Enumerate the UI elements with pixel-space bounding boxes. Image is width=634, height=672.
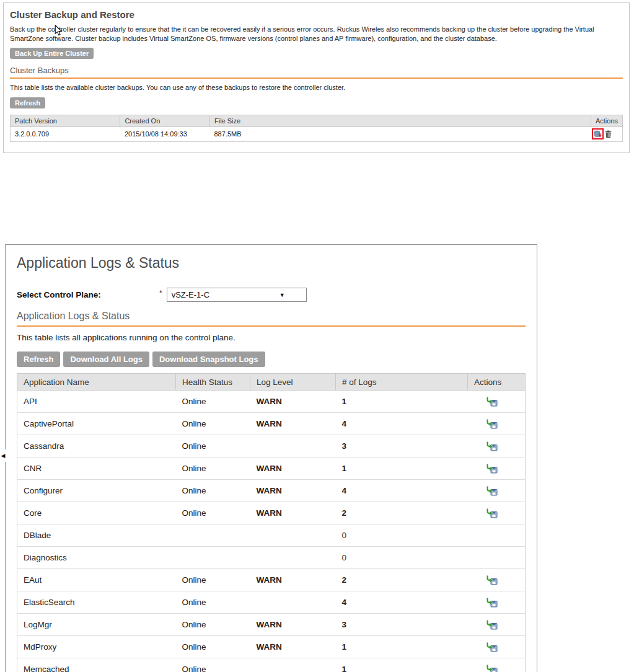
download-log-icon[interactable] [487,642,498,652]
column-header-created-on: Created On [120,115,210,126]
actions-cell [468,614,526,636]
actions-cell [468,391,526,413]
log-level-cell [250,658,336,672]
refresh-button[interactable]: Refresh [10,97,45,108]
actions-cell [468,435,526,458]
num-logs-cell: 3 [336,435,468,458]
application-name-cell: DBlade [17,524,176,547]
application-name-cell: Memcached [17,658,176,672]
actions-cell [468,636,526,658]
application-name-cell: CNR [17,458,176,480]
control-plane-select[interactable]: vSZ-E-1-C ▼ [167,288,307,302]
delete-icon[interactable] [605,130,612,138]
collapse-panel-arrow-icon[interactable]: ◀ [0,449,6,462]
file-size-cell: 887.5MB [209,126,591,141]
actions-cell [591,126,622,141]
log-level-cell [250,547,336,569]
download-log-icon[interactable] [487,464,498,474]
download-log-icon[interactable] [487,508,498,518]
backup-table-row: 3.2.0.0.7092015/10/08 14:09:33887.5MB [11,126,623,141]
highlight-box [592,128,604,139]
num-logs-cell: 4 [336,591,468,614]
app-table-row: MemcachedOnline1 [17,658,526,672]
log-level-cell: WARN [250,480,336,502]
log-level-cell [250,435,336,458]
column-header-patch-version: Patch Version [11,115,120,126]
app-table-row: CassandraOnline3 [17,435,526,458]
log-level-cell [250,591,336,614]
app-table-header-row: Application NameHealth StatusLog Level# … [17,374,526,391]
health-status-cell: Online [176,614,250,636]
health-status-cell: Online [176,636,250,658]
num-logs-cell: 0 [336,524,468,547]
actions-cell [468,547,526,569]
download-log-icon[interactable] [487,575,498,585]
log-level-cell: WARN [250,413,336,435]
backup-table-header-row: Patch VersionCreated OnFile SizeActions [11,115,623,126]
app-table-row: CNROnlineWARN1 [17,458,526,480]
health-status-cell [176,547,250,569]
download-log-icon[interactable] [487,441,498,451]
health-status-cell: Online [176,480,250,502]
download-all-logs-button[interactable]: Download All Logs [63,351,149,367]
download-log-icon[interactable] [487,620,498,630]
column-header-log-level: Log Level [250,374,336,391]
health-status-cell: Online [176,502,250,524]
num-logs-cell: 4 [336,480,468,502]
cluster-backups-description: This table lists the available cluster b… [10,83,623,92]
required-asterisk: * [159,289,162,298]
num-logs-cell: 0 [336,547,468,569]
health-status-cell: Online [176,569,250,591]
column-header-file-size: File Size [209,115,591,126]
download-log-icon[interactable] [487,665,498,672]
health-status-cell: Online [176,591,250,614]
application-name-cell: API [17,391,176,413]
app-table-row: ConfigurerOnlineWARN4 [17,480,526,502]
actions-cell [468,591,526,614]
health-status-cell: Online [176,458,250,480]
application-name-cell: LogMgr [17,614,176,636]
download-log-icon[interactable] [487,397,498,407]
log-level-cell: WARN [250,569,336,591]
application-name-cell: Cassandra [17,435,176,458]
log-level-cell [250,524,336,547]
log-level-cell: WARN [250,391,336,413]
created-on-cell: 2015/10/08 14:09:33 [120,126,210,141]
control-plane-row: Select Control Plane: * vSZ-E-1-C ▼ [17,288,526,302]
num-logs-cell: 4 [336,413,468,435]
app-table-row: DBlade0 [17,524,526,547]
num-logs-cell: 3 [336,614,468,636]
download-snapshot-logs-button[interactable]: Download Snapshot Logs [152,351,265,367]
health-status-cell: Online [176,435,250,458]
mouse-cursor-icon [55,25,63,39]
app-table-row: LogMgrOnlineWARN3 [17,614,526,636]
app-logs-section-title: Application Logs & Status [17,311,526,327]
column-header-actions: Actions [591,115,622,126]
chevron-down-icon: ▼ [280,292,285,298]
actions-cell [468,413,526,435]
control-plane-label: Select Control Plane: [17,290,159,299]
log-level-cell: WARN [250,614,336,636]
app-logs-toolbar: Refresh Download All Logs Download Snaps… [17,351,526,367]
actions-cell [468,502,526,524]
refresh-button[interactable]: Refresh [17,351,60,367]
num-logs-cell: 1 [336,458,468,480]
download-log-icon[interactable] [487,598,498,608]
download-log-icon[interactable] [487,486,498,496]
restore-icon[interactable] [594,130,602,138]
patch-version-cell: 3.2.0.0.709 [11,126,120,141]
health-status-cell: Online [176,391,250,413]
app-logs-description: This table lists all applications runnin… [17,333,526,342]
app-table-row: MdProxyOnlineWARN1 [17,636,526,658]
num-logs-cell: 1 [336,636,468,658]
column-header-application-name: Application Name [17,374,176,391]
download-log-icon[interactable] [487,419,498,429]
control-plane-selected-value: vSZ-E-1-C [172,290,209,299]
backup-entire-cluster-button[interactable]: Back Up Entire Cluster [10,48,94,59]
cluster-panel-title: Cluster Backup and Restore [10,9,623,20]
column-header-health-status: Health Status [176,374,250,391]
application-logs-table: Application NameHealth StatusLog Level# … [17,373,526,672]
application-name-cell: Diagnostics [17,547,176,569]
application-name-cell: EAut [17,569,176,591]
application-name-cell: CaptivePortal [17,413,176,435]
